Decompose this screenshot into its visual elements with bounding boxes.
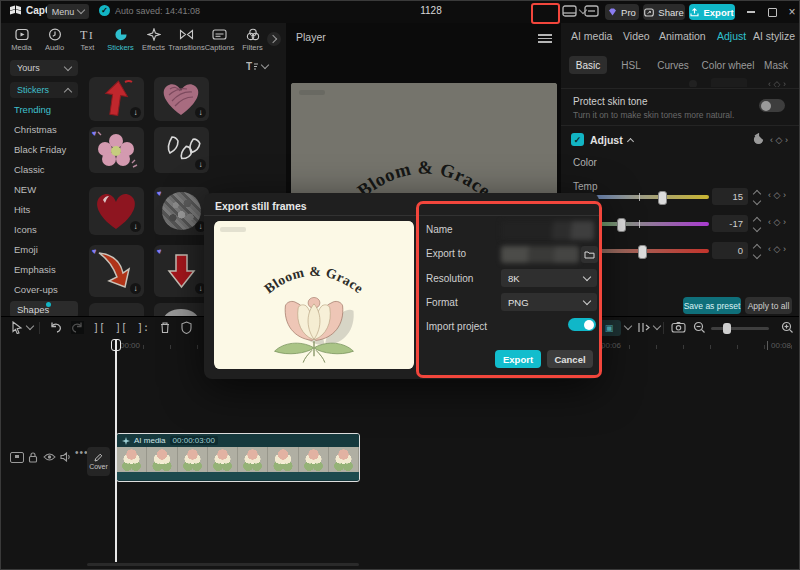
subtab-color-wheel[interactable]: Color wheel	[699, 56, 757, 74]
tab-ai-media[interactable]: AI media	[571, 30, 612, 42]
timeline-zoom-slider[interactable]	[711, 327, 769, 330]
sticker-tile[interactable]: ↓	[154, 77, 209, 121]
tab-audio[interactable]: Audio	[38, 23, 71, 56]
category-hits[interactable]: Hits	[14, 204, 30, 215]
download-icon[interactable]: ↓	[195, 107, 206, 118]
zoom-out-icon[interactable]	[693, 321, 706, 334]
timeline-zoom-handle[interactable]	[723, 323, 731, 334]
download-icon[interactable]: ↓	[130, 283, 141, 294]
tab-stickers[interactable]: Stickers	[104, 23, 137, 56]
keyframe-nav-icons[interactable]: ‹ ◇ ›	[768, 190, 796, 200]
tab-animation[interactable]: Animation	[659, 30, 706, 42]
main-track-icon[interactable]	[10, 452, 24, 463]
category-christmas[interactable]: Christmas	[14, 124, 57, 135]
tab-video[interactable]: Video	[623, 30, 650, 42]
undo-icon[interactable]	[49, 321, 62, 334]
minimize-button[interactable]	[743, 4, 759, 20]
eye-icon[interactable]	[43, 452, 56, 462]
saturation-value[interactable]: 0	[712, 242, 748, 259]
temp-stepper[interactable]	[752, 189, 762, 205]
mask-shield-icon[interactable]	[181, 321, 192, 334]
category-classic[interactable]: Classic	[14, 164, 45, 175]
reset-icon[interactable]	[752, 133, 765, 146]
adjust-section-label[interactable]: Adjust	[590, 134, 633, 146]
category-emphasis[interactable]: Emphasis	[14, 264, 56, 275]
maximize-button[interactable]	[764, 4, 780, 20]
share-button[interactable]: Share	[643, 4, 685, 20]
sticker-tile[interactable]	[89, 303, 144, 316]
player-menu-icon[interactable]	[538, 32, 552, 45]
sticker-tile[interactable]	[154, 303, 209, 316]
delete-left-icon[interactable]: ][	[115, 322, 127, 333]
timeline-clip[interactable]: AI media 00:00:03:00	[116, 433, 360, 482]
category-trending[interactable]: Trending	[14, 104, 51, 115]
keyframe-nav-icons[interactable]: ‹ ◇ ›	[770, 135, 788, 145]
download-icon[interactable]: ↓	[130, 107, 141, 118]
tab-media[interactable]: Media	[5, 23, 38, 56]
saturation-slider-handle[interactable]	[638, 245, 647, 259]
protect-skin-tone-toggle[interactable]	[759, 99, 785, 112]
compact-layout-button[interactable]	[584, 5, 599, 17]
sticker-tile[interactable]: ♥ ↓	[154, 187, 209, 235]
keyframe-nav-icons[interactable]: ‹ ◇ ›	[768, 217, 796, 227]
tab-adjust[interactable]: Adjust	[717, 30, 746, 42]
stickers-group-toggle[interactable]: Stickers	[10, 82, 78, 98]
split-view-icon[interactable]	[637, 321, 651, 334]
timeline-scrollbar[interactable]	[87, 563, 359, 566]
sticker-tile[interactable]: ↓	[89, 77, 144, 121]
subtab-basic[interactable]: Basic	[569, 56, 607, 74]
pro-button[interactable]: Pro	[605, 4, 639, 20]
sticker-tile[interactable]: ♥	[89, 127, 144, 173]
player-layout-button[interactable]	[562, 5, 586, 17]
tab-captions[interactable]: Captions	[203, 23, 236, 56]
keyframe-nav-icons[interactable]: ‹ ◇ ›	[768, 244, 796, 254]
subtab-curves[interactable]: Curves	[653, 56, 693, 74]
export-button[interactable]: Export	[689, 4, 735, 20]
close-button[interactable]: ×	[784, 4, 800, 20]
tint-stepper[interactable]	[752, 216, 762, 232]
temp-value[interactable]: 15	[712, 188, 748, 205]
sticker-tile[interactable]: ↓	[89, 187, 144, 235]
save-as-preset-button[interactable]: Save as preset	[683, 297, 741, 314]
category-emoji[interactable]: Emoji	[14, 244, 38, 255]
sticker-tile[interactable]: ↓	[154, 127, 209, 173]
tint-slider-handle[interactable]	[617, 218, 626, 232]
zoom-in-icon[interactable]	[781, 321, 794, 334]
category-new[interactable]: NEW	[14, 184, 36, 195]
tab-filters[interactable]: Filters	[236, 23, 269, 56]
subtab-hsl[interactable]: HSL	[617, 56, 645, 74]
split-icon[interactable]: ][	[93, 322, 105, 333]
sticker-filter-button[interactable]: T	[246, 61, 268, 71]
tint-value[interactable]: -17	[712, 215, 748, 232]
tab-text[interactable]: TI Text	[71, 23, 104, 56]
sticker-tile[interactable]: ♥ ↓	[89, 245, 144, 297]
adjust-checkbox[interactable]: ✓	[571, 133, 584, 146]
yours-dropdown[interactable]: Yours	[10, 60, 78, 76]
delete-right-icon[interactable]: ]:	[137, 322, 149, 333]
tab-transitions[interactable]: Transitions	[170, 23, 203, 56]
playhead-line[interactable]	[115, 340, 117, 562]
temp-slider-handle[interactable]	[658, 191, 667, 205]
tab-effects[interactable]: Effects	[137, 23, 170, 56]
chevron-down-icon[interactable]	[624, 322, 632, 330]
download-icon[interactable]: ↓	[195, 159, 206, 170]
cover-button[interactable]: Cover	[87, 447, 110, 476]
chevron-down-icon[interactable]	[653, 322, 661, 330]
download-icon[interactable]: ↓	[130, 221, 141, 232]
saturation-stepper[interactable]	[752, 243, 762, 259]
trash-icon[interactable]	[159, 321, 171, 334]
category-cover-ups[interactable]: Cover-ups	[14, 284, 58, 295]
subtab-mask[interactable]: Mask	[759, 56, 793, 74]
select-tool-dropdown-icon[interactable]	[26, 322, 34, 330]
tab-ai-stylize[interactable]: AI stylize	[753, 30, 795, 42]
more-tabs-button[interactable]	[267, 32, 281, 46]
apply-to-all-button[interactable]: Apply to all	[745, 297, 792, 314]
category-icons[interactable]: Icons	[14, 224, 37, 235]
select-tool-icon[interactable]	[11, 321, 23, 334]
lock-icon[interactable]	[28, 452, 38, 463]
sticker-tile[interactable]: ♥ ↓	[154, 245, 209, 297]
snapshot-icon[interactable]	[671, 321, 686, 333]
category-black-friday[interactable]: Black Friday	[14, 144, 66, 155]
redo-icon[interactable]	[71, 321, 84, 334]
mute-icon[interactable]	[60, 452, 72, 462]
